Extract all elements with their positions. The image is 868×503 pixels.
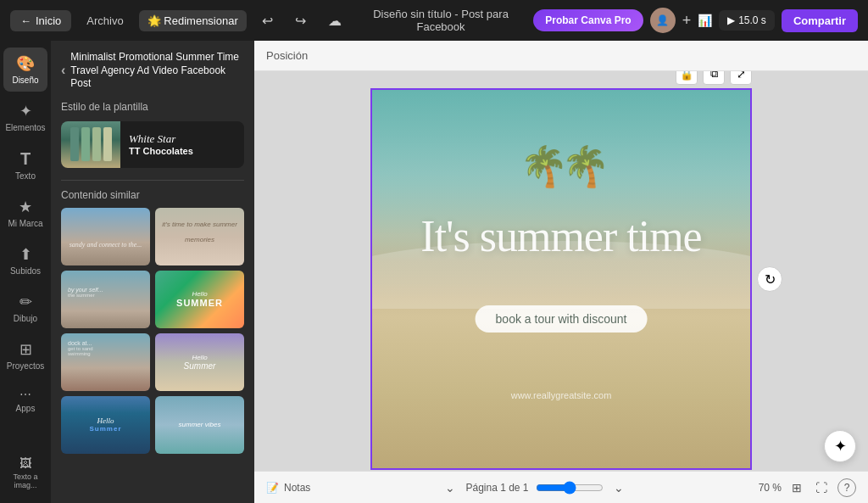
arrow-left-icon: ←	[20, 14, 31, 27]
sidebar-item-dibujo[interactable]: ✏ Dibujo	[3, 286, 47, 330]
similar-item-5[interactable]: dock at... get to sand swimming	[61, 333, 150, 391]
similar-item-1[interactable]: sandy and connect to the...	[61, 208, 150, 265]
design-icon: 🎨	[16, 54, 35, 73]
compartir-button[interactable]: Compartir	[782, 9, 858, 32]
panel-back-button[interactable]: ‹ Minimalist Promotional Summer Time Tra…	[61, 51, 244, 91]
style-preview	[61, 121, 120, 168]
sidebar-item-label: Subidos	[10, 266, 41, 276]
left-panel: ‹ Minimalist Promotional Summer Time Tra…	[51, 41, 254, 503]
next-page-button[interactable]: ⌄	[610, 479, 627, 496]
sidebar-item-proyectos[interactable]: ⊞ Proyectos	[3, 333, 47, 377]
duplicate-button[interactable]: ⧉	[703, 71, 725, 85]
similar-grid: sandy and connect to the... it's time to…	[61, 208, 244, 454]
sidebar-item-elementos[interactable]: ✦ Elementos	[3, 95, 47, 139]
elements-icon: ✦	[19, 102, 32, 120]
style-info: White Star TT Chocolates	[120, 126, 202, 163]
document-title: Diseño sin título - Post para Facebook	[357, 8, 526, 33]
website-url: www.reallygreatsite.com	[511, 390, 612, 400]
sidebar-item-label: Elementos	[5, 123, 45, 132]
similar-title: Contenido similar	[61, 189, 244, 201]
zoom-controls: 70 % ⊞ ⛶ ?	[759, 478, 856, 497]
similar-item-7[interactable]: Hello Summer	[61, 396, 150, 454]
sidebar-item-label: Dibujo	[14, 314, 37, 323]
notes-label: Notas	[284, 482, 310, 494]
divider	[61, 180, 244, 181]
design-canvas[interactable]: 🌴🌴 It's summer time book a tour with dis…	[370, 88, 752, 470]
canvas-scroll[interactable]: 🔒 ⧉ ⤢ 🌴🌴 It's summer time book a tour wi…	[254, 71, 868, 471]
redo-button[interactable]: ↪	[288, 9, 313, 32]
redimensionar-button[interactable]: 🌟 Redimensionar	[139, 10, 247, 31]
similar-item-8[interactable]: summer vibes	[155, 396, 244, 454]
palm-trees: 🌴🌴	[520, 147, 603, 186]
canvas-actions: 🔒 ⧉ ⤢	[676, 71, 752, 85]
sidebar-item-subidos[interactable]: ⬆ Subidos	[3, 238, 47, 282]
avatar[interactable]: 👤	[650, 8, 676, 33]
topbar: ← Inicio Archivo 🌟 Redimensionar ↩ ↪ ☁ D…	[0, 0, 868, 41]
expand-button[interactable]: ⤢	[730, 71, 752, 85]
undo-button[interactable]: ↩	[255, 9, 280, 32]
sidebar-item-label: Diseño	[12, 75, 38, 85]
archivo-button[interactable]: Archivo	[80, 11, 130, 31]
style-section-title: Estilo de la plantilla	[61, 101, 244, 113]
panel-title: Minimalist Promotional Summer Time Trave…	[70, 51, 244, 91]
play-icon: ▶	[727, 14, 735, 26]
style-card[interactable]: White Star TT Chocolates	[61, 121, 244, 168]
text-icon: T	[20, 149, 31, 169]
cloud-button[interactable]: ☁	[321, 9, 348, 32]
draw-icon: ✏	[19, 293, 32, 311]
upload-icon: ⬆	[19, 245, 32, 264]
style-name: White Star	[129, 132, 193, 146]
sidebar: 🎨 Diseño ✦ Elementos T Texto ★ Mi Marca …	[0, 41, 51, 503]
sidebar-item-label: Texto a imag...	[7, 472, 44, 489]
style-sub: TT Chocolates	[129, 146, 193, 156]
sidebar-item-texto-img[interactable]: 🖼 Texto a imag...	[3, 450, 47, 496]
canvas-area: Posición 🔒 ⧉ ⤢ 🌴🌴 It's su	[254, 41, 868, 503]
apps-icon: ⋯	[19, 388, 31, 401]
timer-button[interactable]: ▶ 15.0 s	[719, 10, 775, 31]
notes-section[interactable]: 📝 Notas	[266, 482, 310, 494]
position-label: Posición	[266, 49, 308, 62]
book-tour-button[interactable]: book a tour with discount	[476, 305, 648, 333]
similar-item-4[interactable]: Hello SUMMER	[155, 271, 244, 328]
brand-icon: ★	[19, 198, 32, 216]
canvas-toolbar: Posición	[254, 41, 868, 71]
similar-item-3[interactable]: by your self... the summer	[61, 271, 150, 328]
rotate-handle[interactable]: ↻	[757, 266, 782, 292]
help-button[interactable]: ?	[837, 478, 856, 497]
sidebar-item-label: Apps	[16, 404, 36, 413]
page-indicator: Página 1 de 1	[465, 482, 528, 494]
back-arrow-icon: ‹	[61, 62, 65, 80]
summer-title[interactable]: It's summer time	[420, 211, 701, 261]
page-slider[interactable]	[536, 481, 604, 495]
sidebar-item-apps[interactable]: ⋯ Apps	[3, 381, 47, 420]
page-navigation: ⌄ Página 1 de 1 ⌄	[442, 479, 626, 496]
projects-icon: ⊞	[19, 340, 32, 359]
magic-button[interactable]: ✦	[824, 430, 856, 462]
prev-page-button[interactable]: ⌄	[442, 479, 459, 496]
zoom-level: 70 %	[759, 482, 782, 494]
topbar-right: Probar Canva Pro 👤 + 📊 ▶ 15.0 s Comparti…	[533, 8, 858, 33]
notes-icon: 📝	[266, 482, 279, 494]
sidebar-item-diseno[interactable]: 🎨 Diseño	[3, 48, 47, 92]
inicio-button[interactable]: ← Inicio	[10, 10, 71, 31]
bottom-bar: 📝 Notas ⌄ Página 1 de 1 ⌄ 70 % ⊞ ⛶ ?	[254, 471, 868, 503]
canvas-wrapper: 🔒 ⧉ ⤢ 🌴🌴 It's summer time book a tour wi…	[370, 88, 752, 470]
similar-item-2[interactable]: it's time to make summer memories	[155, 208, 244, 265]
main-layout: 🎨 Diseño ✦ Elementos T Texto ★ Mi Marca …	[0, 41, 868, 503]
sidebar-item-marca[interactable]: ★ Mi Marca	[3, 191, 47, 235]
sidebar-item-label: Texto	[15, 171, 36, 181]
lock-button[interactable]: 🔒	[676, 71, 698, 85]
text-to-image-icon: 🖼	[19, 456, 31, 470]
probar-canva-pro-button[interactable]: Probar Canva Pro	[533, 9, 643, 31]
similar-item-6[interactable]: Hello Summer	[155, 333, 244, 391]
sidebar-item-label: Proyectos	[7, 361, 44, 371]
add-collaborator-button[interactable]: +	[682, 12, 692, 30]
grid-view-button[interactable]: ⊞	[788, 479, 805, 496]
analytics-button[interactable]: 📊	[698, 14, 712, 27]
sidebar-item-texto[interactable]: T Texto	[3, 143, 47, 187]
sidebar-item-label: Mi Marca	[8, 219, 42, 228]
fullscreen-button[interactable]: ⛶	[812, 479, 831, 496]
